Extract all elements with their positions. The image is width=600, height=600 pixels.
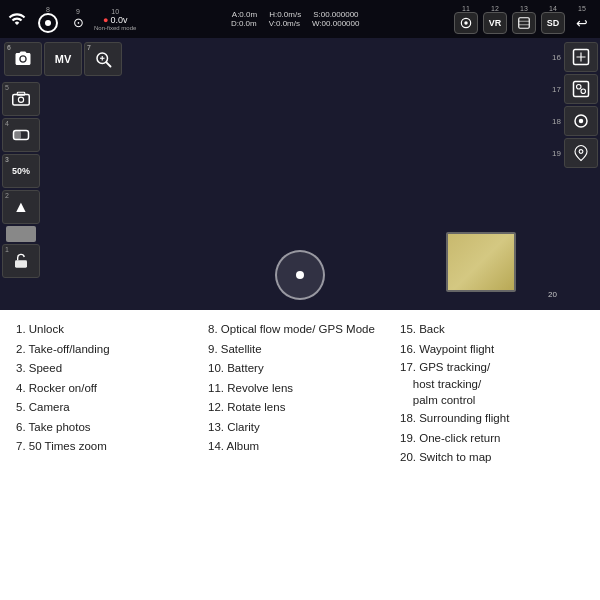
tele-a: A:0.0m (232, 10, 257, 19)
icon-3-speed[interactable]: 3 50% (2, 154, 40, 188)
svg-rect-14 (15, 260, 27, 267)
icon-14-sd[interactable]: 14 SD (541, 5, 565, 34)
legend-col1: 1. Unlock 2. Take-off/landing 3. Speed 4… (16, 320, 200, 468)
legend-item-2: 2. Take-off/landing (16, 340, 200, 360)
svg-point-1 (464, 21, 468, 25)
svg-point-18 (581, 89, 586, 94)
legend-col2: 8. Optical flow mode/ GPS Mode 9. Satell… (208, 320, 392, 468)
icon-5-camera[interactable]: 5 (2, 82, 40, 116)
icon-6-take-photos[interactable]: 6 (4, 42, 42, 76)
legend-item-15: 15. Back (400, 320, 584, 340)
legend-section: 1. Unlock 2. Take-off/landing 3. Speed 4… (0, 310, 600, 600)
legend-col3: 15. Back 16. Waypoint flight 17. GPS tra… (400, 320, 584, 468)
right-top-icons: 11 12 VR 13 14 SD 15 ↩ (454, 5, 594, 34)
icon-10-battery[interactable]: 10 ● 0.0v Non-fixed mode (94, 8, 136, 31)
legend-item-12: 12. Rotate lens (208, 398, 392, 418)
legend-item-19: 19. One-click return (400, 429, 584, 449)
legend-item-3: 3. Speed (16, 359, 200, 379)
tele-h: H:0.0m/s (269, 10, 301, 19)
svg-point-17 (577, 85, 582, 90)
icon-15-back[interactable]: 15 ↩ (570, 5, 594, 34)
legend-item-4: 4. Rocker on/off (16, 379, 200, 399)
icon-1-unlock[interactable]: 1 (2, 244, 40, 278)
icon-18-surrounding[interactable]: 18 (552, 106, 598, 136)
svg-rect-9 (13, 95, 30, 106)
icon-7-zoom[interactable]: 7 (84, 42, 122, 76)
legend-grid: 1. Unlock 2. Take-off/landing 3. Speed 4… (16, 320, 584, 468)
left-sidebar: 5 4 3 50% 2 ▲ 1 (0, 82, 42, 278)
tele-d: D:0.0m (231, 19, 257, 28)
legend-item-20: 20. Switch to map (400, 448, 584, 468)
camera-view: 8 9 ⊙ 10 ● 0.0v Non-fixed mode (0, 0, 600, 310)
icon-12-vr[interactable]: 12 VR (483, 5, 507, 34)
legend-item-7: 7. 50 Times zoom (16, 437, 200, 457)
legend-item-10: 10. Battery (208, 359, 392, 379)
icon-13-clarity[interactable]: 13 (512, 5, 536, 34)
right-sidebar: 16 17 18 19 (550, 38, 600, 172)
top-bar: 8 9 ⊙ 10 ● 0.0v Non-fixed mode (0, 0, 600, 38)
svg-rect-2 (519, 17, 530, 28)
label-20: 20 (548, 290, 557, 299)
icon-17-gps-tracking[interactable]: 17 (552, 74, 598, 104)
joystick-dot (296, 271, 304, 279)
wifi-icon (6, 8, 28, 30)
icon-16-waypoint[interactable]: 16 (552, 42, 598, 72)
map-thumbnail[interactable] (446, 232, 516, 292)
svg-point-20 (579, 119, 584, 124)
icon-4-rocker[interactable]: 4 (2, 118, 40, 152)
svg-rect-13 (14, 131, 22, 140)
legend-item-13: 13. Clarity (208, 418, 392, 438)
tele-s: S:00.000000 (313, 10, 358, 19)
legend-item-5: 5. Camera (16, 398, 200, 418)
legend-item-1: 1. Unlock (16, 320, 200, 340)
legend-item-18: 18. Surrounding flight (400, 409, 584, 429)
svg-point-21 (579, 150, 583, 154)
icon-11-revolve-lens[interactable]: 11 (454, 5, 478, 34)
icon-2-takeoff[interactable]: 2 ▲ (2, 190, 40, 224)
battery-indicator (6, 226, 36, 242)
legend-item-17: 17. GPS tracking/ host tracking/ palm co… (400, 359, 584, 409)
icon-19-one-click-return[interactable]: 19 (552, 138, 598, 168)
legend-item-6: 6. Take photos (16, 418, 200, 438)
icon-8[interactable]: 8 (34, 6, 62, 33)
svg-line-6 (106, 62, 110, 66)
top-icons-left: 8 9 ⊙ 10 ● 0.0v Non-fixed mode (6, 6, 136, 33)
joystick[interactable] (275, 250, 325, 300)
legend-item-9: 9. Satellite (208, 340, 392, 360)
svg-rect-16 (574, 82, 589, 97)
telemetry-display: A:0.0m H:0.0m/s S:00.000000 D:0.0m V:0.0… (140, 10, 450, 28)
top-left-row: 6 MV 7 (0, 38, 126, 80)
icon-mv[interactable]: MV (44, 42, 82, 76)
legend-item-14: 14. Album (208, 437, 392, 457)
svg-point-11 (18, 97, 23, 102)
icon-9[interactable]: 9 ⊙ (68, 8, 88, 30)
legend-item-8: 8. Optical flow mode/ GPS Mode (208, 320, 392, 340)
legend-item-11: 11. Revolve lens (208, 379, 392, 399)
tele-w: W:00.000000 (312, 19, 359, 28)
tele-v: V:0.0m/s (269, 19, 300, 28)
legend-item-16: 16. Waypoint flight (400, 340, 584, 360)
